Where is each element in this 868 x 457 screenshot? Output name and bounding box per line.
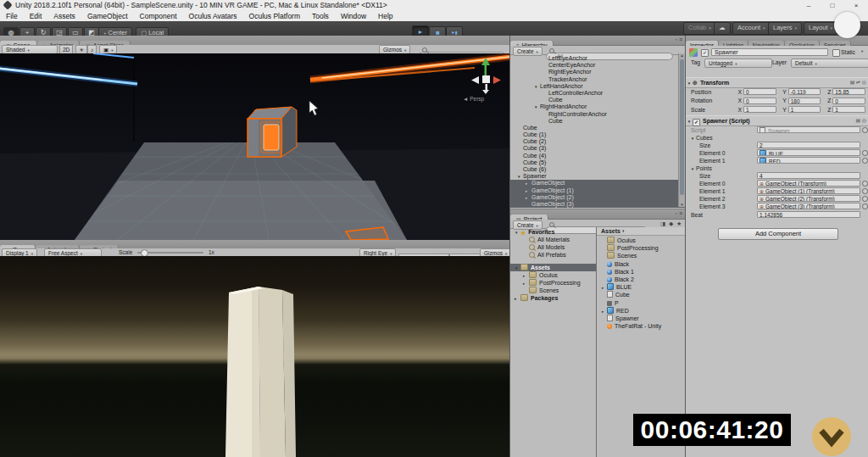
hierarchy-item[interactable]: RightEyeAnchor: [510, 69, 685, 75]
hierarchy-item[interactable]: Cube (1): [510, 131, 685, 138]
project-tree-item[interactable]: ▸Packages: [510, 294, 596, 302]
project-tree-item[interactable]: All Models: [510, 243, 596, 251]
asset-item[interactable]: Scenes: [597, 252, 686, 259]
hierarchy-item[interactable]: ▼Spawner: [510, 173, 685, 180]
hierarchy-item[interactable]: Cube (3): [510, 145, 685, 152]
hierarchy-scrollbar[interactable]: ▲ ▼: [678, 53, 685, 207]
hierarchy-item[interactable]: TrackerAnchor: [510, 76, 685, 83]
object-picker-icon[interactable]: [862, 196, 868, 202]
selected-cube[interactable]: [248, 107, 297, 157]
component-header-icons[interactable]: ▤ ⇄ ◎: [850, 78, 866, 87]
menu-item[interactable]: Edit: [24, 12, 48, 20]
fold-arrow[interactable]: ▼: [686, 117, 693, 126]
project-tree-item[interactable]: ▼★Favorites: [510, 228, 596, 236]
hierarchy-item[interactable]: RightControllerAnchor: [510, 111, 685, 118]
object-picker-icon[interactable]: [862, 188, 868, 194]
persp-label[interactable]: ◄ Persp: [463, 96, 484, 102]
expand-arrow[interactable]: ▸: [523, 272, 529, 279]
project-tree-item[interactable]: ▸PostProcessing: [510, 279, 596, 287]
panel-menu-icon[interactable]: ≡: [679, 36, 682, 42]
collab-dropdown[interactable]: Collab: [683, 22, 716, 35]
z-field[interactable]: 1: [832, 106, 865, 113]
object-field[interactable]: RED: [757, 157, 860, 164]
size-field[interactable]: 4: [757, 172, 860, 179]
asset-item[interactable]: Cube: [597, 291, 686, 298]
menu-item[interactable]: Component: [134, 12, 183, 20]
asset-item[interactable]: Black: [597, 260, 686, 268]
menu-item[interactable]: Tools: [306, 12, 335, 20]
hierarchy-item[interactable]: Cube (4): [510, 153, 685, 159]
hierarchy-item[interactable]: LeftControllerAnchor: [510, 90, 685, 97]
hierarchy-item[interactable]: ▸GameObject (1): [510, 187, 685, 194]
component-header-icons[interactable]: ▤ ◎: [855, 116, 866, 125]
asset-item[interactable]: Black 2: [597, 276, 686, 283]
expand-arrow[interactable]: ▸: [515, 295, 520, 302]
object-field[interactable]: ⊕GameObject (3) (Transform): [757, 203, 860, 209]
lock-icon[interactable]: ◦: [675, 210, 676, 216]
asset-item[interactable]: Black 1: [597, 268, 686, 276]
project-tree-item[interactable]: Scenes: [510, 287, 596, 294]
asset-item[interactable]: TheFatRat - Unity: [597, 322, 686, 330]
lock-icon[interactable]: ◦: [675, 36, 676, 42]
gameobject-name-field[interactable]: [711, 48, 828, 56]
object-picker-icon[interactable]: [862, 158, 868, 164]
z-field[interactable]: 15.85: [832, 88, 865, 95]
object-field[interactable]: ⊕GameObject (2) (Transform): [757, 195, 860, 202]
expand-arrow[interactable]: ▼: [534, 84, 540, 90]
layer-dropdown[interactable]: Default: [791, 59, 868, 68]
y-field[interactable]: -0.119: [788, 88, 821, 95]
hierarchy-item[interactable]: Cube (2): [510, 138, 685, 145]
object-picker-icon[interactable]: [862, 150, 868, 156]
script-enabled-checkbox[interactable]: [693, 119, 700, 126]
y-field[interactable]: 1: [788, 106, 821, 113]
project-toolbar-icon[interactable]: ★: [676, 220, 682, 226]
object-picker-icon[interactable]: [862, 203, 868, 209]
hierarchy-item[interactable]: Cube: [510, 97, 685, 103]
hierarchy-item[interactable]: ▼RightHandAnchor: [510, 103, 685, 110]
project-toolbar-icon[interactable]: ◨: [660, 220, 665, 226]
asset-item[interactable]: ▸BLUE: [597, 283, 686, 291]
hierarchy-item[interactable]: ▸GameObject (2): [510, 194, 685, 201]
scene-viewport[interactable]: ◄ Persp: [0, 53, 509, 240]
hierarchy-item[interactable]: Cube (6): [510, 166, 685, 173]
x-field[interactable]: 1: [743, 106, 776, 113]
z-field[interactable]: 0: [832, 98, 865, 104]
account-dropdown[interactable]: Account: [732, 22, 771, 35]
hierarchy-create-dropdown[interactable]: Create: [513, 47, 542, 56]
points-foldout[interactable]: ▼Points: [686, 164, 868, 172]
static-caret-icon[interactable]: ▾: [861, 49, 863, 53]
object-field[interactable]: ⊕GameObject (Transform): [757, 180, 860, 187]
object-field[interactable]: BLUE: [757, 149, 860, 156]
expand-arrow[interactable]: ▼: [515, 229, 520, 236]
add-component-button[interactable]: Add Component: [718, 228, 838, 240]
hierarchy-item[interactable]: Cube (5): [510, 159, 685, 166]
expand-arrow[interactable]: ▼: [517, 174, 523, 180]
hierarchy-item[interactable]: Cube: [510, 118, 685, 125]
expand-arrow[interactable]: ▸: [526, 188, 531, 194]
gameobject-enabled-checkbox[interactable]: [701, 49, 709, 57]
project-tree-item[interactable]: ▼Assets: [510, 264, 596, 271]
hierarchy-item[interactable]: ▸GameObject: [510, 180, 685, 187]
expand-arrow[interactable]: ▸: [526, 181, 531, 187]
menu-item[interactable]: Oculus Avatars: [183, 12, 243, 20]
expand-arrow[interactable]: ▸: [523, 280, 529, 287]
object-picker-icon[interactable]: [862, 127, 868, 133]
menu-item[interactable]: Help: [372, 12, 398, 20]
menu-item[interactable]: Window: [335, 12, 372, 20]
menu-item[interactable]: Assets: [47, 12, 81, 20]
project-tree-item[interactable]: ▸Oculus: [510, 271, 596, 279]
scale-slider[interactable]: [137, 252, 203, 254]
script-field[interactable]: Spawner: [757, 126, 860, 133]
cubes-foldout[interactable]: ▼Cubes: [686, 134, 868, 142]
layout-dropdown[interactable]: Layout: [804, 22, 837, 35]
asset-item[interactable]: Oculus: [597, 237, 686, 244]
expand-arrow[interactable]: ▼: [534, 104, 540, 110]
expand-arrow[interactable]: ▼: [515, 265, 520, 271]
x-field[interactable]: 0: [743, 98, 776, 104]
object-picker-icon[interactable]: [862, 181, 868, 187]
project-toolbar-icon[interactable]: ◆: [669, 220, 673, 226]
static-checkbox[interactable]: [832, 49, 840, 57]
hierarchy-item[interactable]: LeftEyeAnchor: [510, 55, 685, 62]
expand-arrow[interactable]: ▸: [526, 195, 531, 201]
hierarchy-item[interactable]: CenterEyeAnchor: [510, 62, 685, 69]
